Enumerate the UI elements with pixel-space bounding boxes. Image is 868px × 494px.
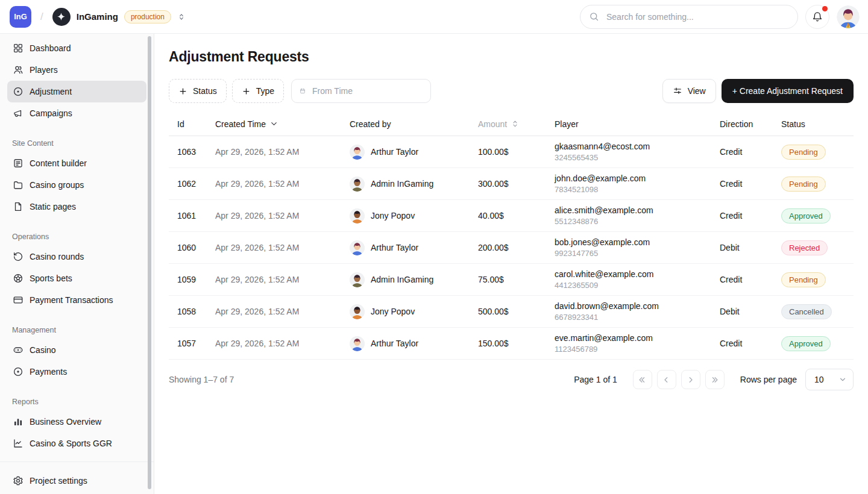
search-input[interactable] bbox=[605, 11, 789, 22]
sidebar-item-sports-bets[interactable]: Sports bets bbox=[7, 267, 146, 289]
pager bbox=[633, 370, 725, 389]
rows-per-page: Rows per page 10 bbox=[740, 369, 854, 390]
sidebar-item-payments[interactable]: Payments bbox=[7, 361, 146, 383]
status-badge: Rejected bbox=[781, 240, 828, 255]
row-created-by: Jony Popov bbox=[350, 208, 478, 224]
sidebar-item-players[interactable]: Players bbox=[7, 59, 146, 81]
player-email: alice.smith@example.com bbox=[555, 205, 720, 215]
sidebar-item-label: Payment Transactions bbox=[30, 295, 113, 305]
sidebar: DashboardPlayersAdjustmentCampaignsSite … bbox=[0, 34, 154, 494]
sidebar-item-business-overview[interactable]: Business Overview bbox=[7, 411, 146, 433]
env-badge: production bbox=[124, 10, 171, 23]
sidebar-item-static-pages[interactable]: Static pages bbox=[7, 196, 146, 217]
status-badge: Approved bbox=[781, 336, 831, 351]
column-header-amount[interactable]: Amount bbox=[478, 119, 555, 129]
table-body: 1063Apr 29, 2026, 1:52 AMArthur Taylor10… bbox=[169, 136, 854, 360]
status-badge: Cancelled bbox=[781, 304, 832, 319]
table-row[interactable]: 1060Apr 29, 2026, 1:52 AMArthur Taylor20… bbox=[169, 232, 854, 264]
notification-dot bbox=[822, 6, 828, 11]
type-filter-button[interactable]: Type bbox=[232, 79, 284, 103]
next-page-button[interactable] bbox=[681, 370, 700, 389]
row-direction: Credit bbox=[720, 211, 781, 220]
column-header-created-time[interactable]: Created Time bbox=[215, 119, 350, 129]
sidebar-item-campaigns[interactable]: Campaigns bbox=[7, 102, 146, 124]
user-avatar[interactable] bbox=[837, 5, 860, 28]
sidebar-item-adjustment[interactable]: Adjustment bbox=[7, 81, 146, 102]
plus-icon bbox=[178, 87, 187, 96]
row-created-by: Arthur Taylor bbox=[350, 145, 478, 160]
sidebar-scrollbar[interactable] bbox=[148, 36, 151, 489]
sidebar-item-payment-transactions[interactable]: Payment Transactions bbox=[7, 289, 146, 311]
status-badge: Approved bbox=[781, 208, 831, 224]
sidebar-item-dashboard[interactable]: Dashboard bbox=[7, 37, 146, 59]
sidebar-item-casino-sports-ggr[interactable]: Casino & Sports GGR bbox=[7, 433, 146, 454]
player-email: john.doe@example.com bbox=[555, 174, 720, 183]
row-player: bob.jones@example.com9923147765 bbox=[555, 237, 720, 258]
from-time-filter[interactable] bbox=[291, 79, 431, 103]
view-button[interactable]: View bbox=[662, 79, 716, 103]
row-player: john.doe@example.com7834521098 bbox=[555, 174, 720, 194]
row-status: Approved bbox=[781, 208, 854, 224]
org-switcher[interactable]: InGaming production bbox=[52, 8, 186, 26]
creator-avatar bbox=[350, 272, 365, 287]
row-created-by: Arthur Taylor bbox=[350, 336, 478, 351]
row-status: Cancelled bbox=[781, 304, 854, 319]
sidebar-item-content-builder[interactable]: Content builder bbox=[7, 152, 146, 174]
last-page-button[interactable] bbox=[705, 370, 725, 389]
row-id: 1058 bbox=[169, 307, 215, 316]
top-header: InG / InGaming production bbox=[0, 0, 868, 34]
row-amount: 75.00$ bbox=[478, 275, 555, 284]
bell-icon bbox=[812, 11, 823, 22]
creator-avatar bbox=[350, 336, 365, 351]
create-adjustment-request-button[interactable]: + Create Adjustment Request bbox=[722, 79, 854, 103]
first-page-button[interactable] bbox=[633, 370, 652, 389]
table-row[interactable]: 1057Apr 29, 2026, 1:52 AMArthur Taylor15… bbox=[169, 328, 854, 360]
column-header-player[interactable]: Player bbox=[555, 119, 720, 129]
search-icon bbox=[589, 11, 599, 22]
chevrons-up-down-icon[interactable] bbox=[177, 13, 186, 21]
table-row[interactable]: 1063Apr 29, 2026, 1:52 AMArthur Taylor10… bbox=[169, 136, 854, 168]
creator-avatar bbox=[350, 304, 365, 319]
column-header-direction[interactable]: Direction bbox=[720, 119, 781, 129]
global-search[interactable] bbox=[580, 5, 798, 29]
row-amount: 40.00$ bbox=[478, 211, 555, 220]
column-header-id[interactable]: Id bbox=[169, 119, 215, 129]
sidebar-item-label: Dashboard bbox=[30, 43, 71, 53]
org-name: InGaming bbox=[77, 11, 118, 22]
column-header-status[interactable]: Status bbox=[781, 119, 854, 129]
sidebar-section-label: Management bbox=[0, 326, 154, 334]
player-phone: 9923147765 bbox=[555, 249, 720, 258]
table-row[interactable]: 1058Apr 29, 2026, 1:52 AMJony Popov500.0… bbox=[169, 296, 854, 328]
row-amount: 300.00$ bbox=[478, 179, 555, 189]
coin-icon bbox=[13, 366, 24, 377]
rows-per-page-select[interactable]: 10 bbox=[805, 369, 854, 390]
sidebar-item-casino[interactable]: Casino bbox=[7, 339, 146, 361]
org-logo-icon bbox=[52, 8, 71, 26]
adjustment-icon bbox=[13, 86, 24, 97]
from-time-input[interactable] bbox=[311, 86, 423, 96]
status-filter-button[interactable]: Status bbox=[169, 79, 227, 103]
sidebar-item-casino-groups[interactable]: Casino groups bbox=[7, 174, 146, 196]
gear-icon bbox=[13, 475, 24, 486]
sidebar-item-project-settings[interactable]: Project settings bbox=[7, 470, 146, 492]
column-header-created-by[interactable]: Created by bbox=[350, 119, 478, 129]
player-phone: 4412365509 bbox=[555, 281, 720, 290]
player-email: carol.white@example.com bbox=[555, 269, 720, 279]
sidebar-item-label: Sports bets bbox=[30, 274, 72, 283]
row-created-time: Apr 29, 2026, 1:52 AM bbox=[215, 307, 350, 316]
sidebar-item-label: Casino bbox=[30, 345, 56, 355]
table-row[interactable]: 1059Apr 29, 2026, 1:52 AMAdmin InGaming7… bbox=[169, 264, 854, 296]
sidebar-item-casino-rounds[interactable]: Casino rounds bbox=[7, 246, 146, 267]
row-direction: Credit bbox=[720, 179, 781, 189]
notifications-button[interactable] bbox=[805, 5, 829, 29]
row-status: Pending bbox=[781, 145, 854, 160]
prev-page-button[interactable] bbox=[657, 370, 676, 389]
header-right bbox=[580, 5, 860, 29]
table-row[interactable]: 1061Apr 29, 2026, 1:52 AMJony Popov40.00… bbox=[169, 200, 854, 232]
row-direction: Credit bbox=[720, 339, 781, 348]
row-created-time: Apr 29, 2026, 1:52 AM bbox=[215, 211, 350, 220]
app-logo[interactable]: InG bbox=[10, 6, 31, 28]
player-email: eve.martin@example.com bbox=[555, 333, 720, 343]
row-created-time: Apr 29, 2026, 1:52 AM bbox=[215, 179, 350, 189]
table-row[interactable]: 1062Apr 29, 2026, 1:52 AMAdmin InGaming3… bbox=[169, 168, 854, 200]
